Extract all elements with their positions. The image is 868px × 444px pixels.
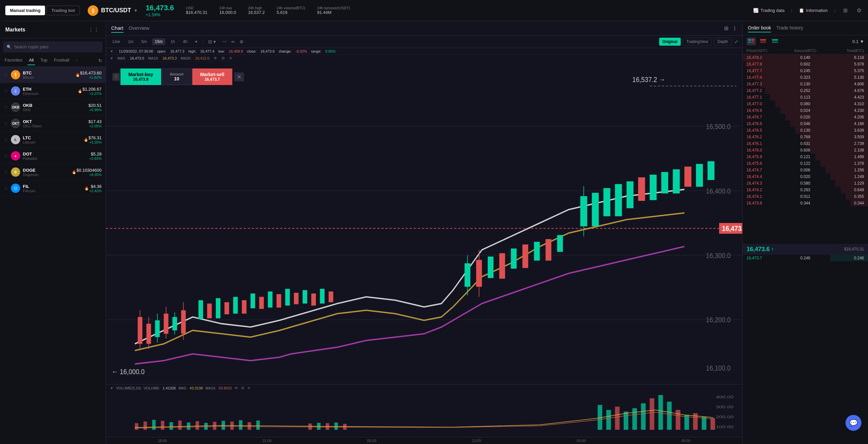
table-row[interactable]: 16,476.2 0.769 3.509	[743, 134, 868, 140]
ohlc-change: -0.02%	[296, 49, 307, 53]
view-tradingview-button[interactable]: TradingView	[683, 38, 712, 46]
ma-collapse-icon[interactable]: ▼	[110, 56, 114, 60]
tf-1h[interactable]: 1h	[168, 38, 177, 45]
ob-depth-value: 0.1	[852, 39, 859, 44]
pair-dropdown-arrow[interactable]: ▼	[134, 8, 138, 13]
tab-overview[interactable]: Overview	[129, 24, 150, 33]
table-row[interactable]: 16,474.7 0.006 1.256	[743, 167, 868, 173]
chart-type-button[interactable]: ⊟ ▾	[206, 38, 218, 45]
market-sell-button[interactable]: Market-sell 16,473.7	[192, 68, 232, 85]
dot-symbol: DOT	[23, 152, 89, 157]
list-item[interactable]: ☆ ● DOT Polkadot $5.28 +2.83%	[0, 148, 105, 164]
settings-button[interactable]: ⚙	[856, 6, 863, 15]
table-row[interactable]: 16,477.3 0.130 4.806	[743, 81, 868, 87]
table-row[interactable]: 16,477.9 0.602 5.978	[743, 61, 868, 67]
ma-eye-button[interactable]: 👁	[213, 56, 217, 61]
list-item[interactable]: ☆ OKT OKT OKC-Token $17.43 +2.05%	[0, 116, 105, 132]
table-row[interactable]: 16,474.4 0.020 1.249	[743, 173, 868, 180]
table-row[interactable]: 16,476.9 0.024 4.230	[743, 107, 868, 114]
tf-5m[interactable]: 5m	[138, 38, 150, 45]
trading-data-link[interactable]: 📈 Trading data	[753, 8, 785, 13]
vol-collapse-icon[interactable]: ▼	[110, 386, 114, 390]
list-item[interactable]: ☆ Ξ ETH Ethereum 🔥 $1,206.67 +3.37%	[0, 83, 105, 99]
star-doge[interactable]: ☆	[4, 169, 8, 175]
market-list: ☆ ₿ BTC Bitcoin 🔥 $16,473.60 +1.62% ☆ Ξ …	[0, 67, 105, 444]
trading-bot-button[interactable]: Trading bot	[46, 6, 80, 15]
table-row[interactable]: 16,477.7 0.245 5.375	[743, 67, 868, 74]
settings-chart-icon[interactable]: ⚙	[238, 38, 246, 45]
list-item[interactable]: ☆ ₿ BTC Bitcoin 🔥 $16,473.60 +1.62%	[0, 67, 105, 83]
market-buy-button[interactable]: Market-buy 16,473.8	[120, 68, 161, 85]
tab-all[interactable]: All	[28, 56, 35, 65]
table-row[interactable]: 16,477.1 0.113 4.423	[743, 94, 868, 101]
vol-close-button[interactable]: ✕	[247, 386, 250, 390]
table-row[interactable]: 16,474.2 0.293 0.649	[743, 187, 868, 193]
drag-handle[interactable]: ⠿	[113, 73, 120, 81]
ob-view-asks-button[interactable]	[758, 37, 768, 45]
ob-view-bids-button[interactable]	[770, 37, 780, 45]
star-eth[interactable]: ☆	[4, 88, 8, 94]
list-item[interactable]: ☆ Ł LTC Litecoin 🔥 $76.31 +3.26%	[0, 132, 105, 148]
tab-order-book[interactable]: Order book	[748, 24, 771, 32]
star-btc[interactable]: ☆	[4, 72, 8, 77]
tf-line[interactable]: Line	[110, 38, 123, 45]
table-row[interactable]: 16,478.2 0.140 6.118	[743, 54, 868, 61]
star-fil[interactable]: ☆	[4, 186, 8, 191]
grid-icon[interactable]: ⊞	[723, 24, 730, 33]
tf-4h[interactable]: 4h	[180, 38, 190, 45]
table-row[interactable]: 16,476.7 0.020 4.206	[743, 114, 868, 120]
vol-settings-button[interactable]: ⚙	[241, 386, 245, 390]
list-item[interactable]: ☆ OKB OKB OKB $20.51 +0.90%	[0, 99, 105, 116]
tf-1m[interactable]: 1m	[125, 38, 136, 45]
indicator-icon[interactable]: 〰	[220, 38, 229, 45]
ob-depth-selector[interactable]: 0.1 ▼	[852, 39, 864, 44]
ob-view-both-button[interactable]	[747, 37, 756, 45]
star-okb[interactable]: ☆	[4, 104, 8, 110]
table-row[interactable]: 16,477.0 0.080 4.310	[743, 101, 868, 107]
view-original-button[interactable]: Original	[659, 38, 681, 46]
tab-favorites[interactable]: Favorites	[3, 56, 24, 65]
view-depth-button[interactable]: Depth	[714, 38, 732, 46]
chat-fab-button[interactable]: 💬	[845, 415, 861, 431]
ma-close-button[interactable]: ✕	[229, 56, 232, 61]
tab-top[interactable]: Top	[39, 56, 49, 65]
tab-trade-history[interactable]: Trade history	[776, 24, 803, 32]
table-row[interactable]: 16,476.1 0.631 2.739	[743, 140, 868, 147]
ma-settings-button[interactable]: ⚙	[221, 56, 225, 61]
tf-15m[interactable]: 15m	[152, 38, 165, 45]
table-row[interactable]: 16,474.3 0.580 1.229	[743, 180, 868, 187]
table-row[interactable]: 16,474.1 0.011 0.355	[743, 193, 868, 200]
expand-icon[interactable]: ⟩	[732, 24, 737, 33]
drawing-icon[interactable]: ✏	[229, 38, 237, 45]
table-row[interactable]: 16,477.2 0.252 4.676	[743, 87, 868, 94]
table-row[interactable]: 16,475.8 0.122 1.378	[743, 160, 868, 167]
layout-button[interactable]: ⊞	[842, 6, 849, 15]
table-row[interactable]: 16,473.7 0.246 0.246	[743, 255, 868, 261]
close-overlay-button[interactable]: ✕	[234, 72, 244, 82]
tab-chart[interactable]: Chart	[111, 24, 123, 33]
star-okt[interactable]: ☆	[4, 121, 8, 126]
table-row[interactable]: 16,476.5 0.130 3.639	[743, 127, 868, 134]
ask-amount: 0.344	[785, 201, 825, 205]
star-dot[interactable]: ☆	[4, 153, 8, 158]
table-row[interactable]: 16,476.6 0.546 4.186	[743, 120, 868, 127]
table-row[interactable]: 16,475.9 0.121 1.499	[743, 154, 868, 160]
vol-eye-button[interactable]: 👁	[234, 386, 238, 390]
tf-more[interactable]: ▾	[193, 38, 200, 45]
refresh-button[interactable]: ↻	[98, 58, 102, 63]
search-input[interactable]	[3, 42, 102, 52]
table-row[interactable]: 16,473.8 0.344 0.344	[743, 200, 868, 207]
table-row[interactable]: 16,476.0 0.608 2.108	[743, 147, 868, 154]
pair-name[interactable]: BTC/USDT	[101, 7, 131, 14]
tab-football[interactable]: Football	[53, 56, 70, 65]
table-row[interactable]: 16,477.4 0.323 5.130	[743, 74, 868, 81]
sidebar-settings-icon[interactable]: ⋮⋮	[87, 25, 100, 34]
information-link[interactable]: 📋 Information	[799, 8, 828, 13]
ohlc-collapse-icon[interactable]: ▼	[110, 49, 114, 53]
more-categories-icon[interactable]: ›	[74, 56, 79, 65]
fullscreen-button[interactable]: ⤢	[734, 39, 738, 44]
list-item[interactable]: ☆ ⬡ FIL Filecoin 🔥 $4.36 +2.42%	[0, 180, 105, 196]
list-item[interactable]: ☆ Ð DOGE Dogecoin 🔥 $0.10304600 +8.35%	[0, 164, 105, 180]
manual-trading-button[interactable]: Manual trading	[5, 6, 45, 15]
star-ltc[interactable]: ☆	[4, 137, 8, 142]
